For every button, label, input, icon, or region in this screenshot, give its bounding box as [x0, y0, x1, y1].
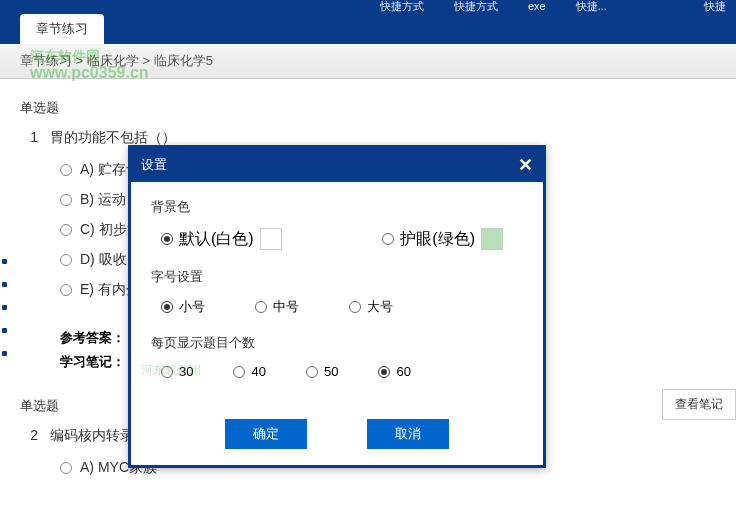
font-size-label: 字号设置: [151, 268, 523, 286]
settings-modal: 设置 ✕ 背景色 默认(白色) 护眼(绿色) 字号设置 小号: [128, 145, 546, 468]
white-swatch: [260, 228, 282, 250]
radio-icon: [60, 194, 72, 206]
section-title-1: 单选题: [20, 99, 726, 117]
bg-default-option[interactable]: 默认(白色): [161, 228, 282, 250]
top-menu-bar: 快捷方式 快捷方式 exe 快捷... 快捷: [0, 0, 736, 12]
perpage-30-option[interactable]: 30: [161, 364, 193, 379]
question-number: 1: [20, 129, 38, 147]
ok-button[interactable]: 确定: [225, 419, 307, 449]
font-small-option[interactable]: 小号: [161, 298, 205, 316]
modal-title: 设置: [141, 156, 167, 174]
bg-eye-option[interactable]: 护眼(绿色): [382, 228, 503, 250]
radio-icon: [161, 366, 173, 378]
radio-icon: [255, 301, 267, 313]
radio-icon: [382, 233, 394, 245]
radio-icon: [60, 254, 72, 266]
radio-selected-icon: [161, 301, 173, 313]
radio-icon: [306, 366, 318, 378]
cancel-button[interactable]: 取消: [367, 419, 449, 449]
perpage-50-option[interactable]: 50: [306, 364, 338, 379]
font-medium-option[interactable]: 中号: [255, 298, 299, 316]
radio-selected-icon: [378, 366, 390, 378]
perpage-40-option[interactable]: 40: [233, 364, 265, 379]
radio-icon: [60, 284, 72, 296]
radio-icon: [60, 224, 72, 236]
radio-icon: [349, 301, 361, 313]
breadcrumb-bar: 河东软件园 章节练习 > 临床化学 > 临床化学5 www.pc0359.cn: [0, 44, 736, 79]
view-notes-button[interactable]: 查看笔记: [662, 389, 736, 420]
bg-color-section: 背景色 默认(白色) 护眼(绿色): [151, 198, 523, 250]
radio-selected-icon: [161, 233, 173, 245]
radio-icon: [60, 164, 72, 176]
notes-label: 学习笔记：: [60, 354, 125, 369]
per-page-section: 每页显示题目个数 河东软件园 30 40 50 60: [151, 334, 523, 379]
modal-body: 背景色 默认(白色) 护眼(绿色) 字号设置 小号 中号 大号: [131, 182, 543, 407]
bg-color-label: 背景色: [151, 198, 523, 216]
per-page-label: 每页显示题目个数: [151, 334, 523, 352]
font-large-option[interactable]: 大号: [349, 298, 393, 316]
tab-chapter-practice[interactable]: 章节练习: [20, 14, 104, 44]
green-swatch: [481, 228, 503, 250]
question-number: 2: [20, 427, 38, 445]
modal-header: 设置 ✕: [131, 148, 543, 182]
close-icon[interactable]: ✕: [518, 154, 533, 176]
left-indicator: [2, 259, 6, 374]
radio-icon: [60, 462, 72, 474]
font-size-section: 字号设置 小号 中号 大号: [151, 268, 523, 316]
perpage-60-option[interactable]: 60: [378, 364, 410, 379]
answer-label: 参考答案：: [60, 330, 125, 345]
radio-icon: [233, 366, 245, 378]
modal-footer: 确定 取消: [131, 407, 543, 465]
breadcrumb: 章节练习 > 临床化学 > 临床化学5: [20, 52, 716, 70]
tab-bar: 章节练习: [0, 12, 736, 44]
